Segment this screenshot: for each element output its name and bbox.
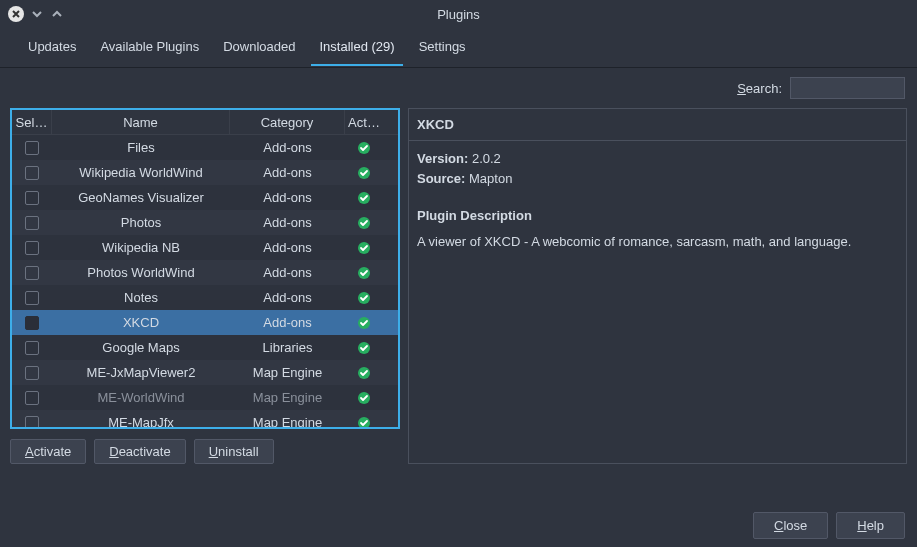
row-category: Add-ons — [230, 185, 345, 210]
active-icon — [345, 335, 383, 360]
row-checkbox[interactable] — [12, 260, 52, 285]
active-icon — [345, 260, 383, 285]
table-row[interactable]: ME-WorldWindMap Engine — [12, 385, 398, 410]
table-row[interactable]: Google MapsLibraries — [12, 335, 398, 360]
tab-available-plugins[interactable]: Available Plugins — [92, 29, 207, 66]
active-icon — [345, 210, 383, 235]
col-header-active[interactable]: Act… — [345, 110, 383, 134]
active-icon — [345, 310, 383, 335]
uninstall-button[interactable]: Uninstall — [194, 439, 274, 464]
row-category: Add-ons — [230, 285, 345, 310]
help-button[interactable]: Help — [836, 512, 905, 539]
col-header-name[interactable]: Name — [52, 110, 230, 134]
row-name: ME-WorldWind — [52, 385, 230, 410]
detail-source-row: Source: Mapton — [417, 169, 898, 189]
table-row[interactable]: Wikipedia WorldWindAdd-ons — [12, 160, 398, 185]
active-icon — [345, 285, 383, 310]
row-name: ME-MapJfx — [52, 410, 230, 427]
close-button[interactable]: Close — [753, 512, 828, 539]
row-checkbox[interactable] — [12, 310, 52, 335]
row-name: GeoNames Visualizer — [52, 185, 230, 210]
window-title: Plugins — [0, 7, 917, 22]
row-checkbox[interactable] — [12, 235, 52, 260]
active-icon — [345, 385, 383, 410]
row-checkbox[interactable] — [12, 410, 52, 427]
window-close-button[interactable] — [8, 6, 24, 22]
table-row[interactable]: ME-MapJfxMap Engine — [12, 410, 398, 427]
row-name: ME-JxMapViewer2 — [52, 360, 230, 385]
svg-point-11 — [358, 417, 370, 428]
chevron-up-icon[interactable] — [50, 7, 64, 21]
col-header-category[interactable]: Category — [230, 110, 345, 134]
deactivate-button[interactable]: Deactivate — [94, 439, 185, 464]
row-checkbox[interactable] — [12, 335, 52, 360]
row-category: Map Engine — [230, 410, 345, 427]
row-name: Photos WorldWind — [52, 260, 230, 285]
detail-title: XKCD — [409, 109, 906, 141]
row-checkbox[interactable] — [12, 385, 52, 410]
row-category: Add-ons — [230, 135, 345, 160]
chevron-down-icon[interactable] — [30, 7, 44, 21]
active-icon — [345, 410, 383, 427]
tab-downloaded[interactable]: Downloaded — [215, 29, 303, 66]
table-row[interactable]: FilesAdd-ons — [12, 135, 398, 160]
row-checkbox[interactable] — [12, 160, 52, 185]
search-label: Search: — [737, 81, 782, 96]
row-name: Photos — [52, 210, 230, 235]
row-category: Libraries — [230, 335, 345, 360]
row-category: Map Engine — [230, 385, 345, 410]
tab-installed-29[interactable]: Installed (29) — [311, 29, 402, 66]
table-row[interactable]: Wikipedia NBAdd-ons — [12, 235, 398, 260]
table-row[interactable]: PhotosAdd-ons — [12, 210, 398, 235]
row-checkbox[interactable] — [12, 210, 52, 235]
row-name: Files — [52, 135, 230, 160]
row-checkbox[interactable] — [12, 185, 52, 210]
active-icon — [345, 185, 383, 210]
row-name: Google Maps — [52, 335, 230, 360]
col-header-select[interactable]: Sel… — [12, 110, 52, 134]
tab-updates[interactable]: Updates — [20, 29, 84, 66]
active-icon — [345, 235, 383, 260]
row-name: Wikipedia WorldWind — [52, 160, 230, 185]
row-name: Wikipedia NB — [52, 235, 230, 260]
table-row[interactable]: ME-JxMapViewer2Map Engine — [12, 360, 398, 385]
activate-button[interactable]: Activate — [10, 439, 86, 464]
row-category: Map Engine — [230, 360, 345, 385]
row-category: Add-ons — [230, 210, 345, 235]
search-input[interactable] — [790, 77, 905, 99]
table-row[interactable]: XKCDAdd-ons — [12, 310, 398, 335]
table-row[interactable]: Photos WorldWindAdd-ons — [12, 260, 398, 285]
row-checkbox[interactable] — [12, 285, 52, 310]
tab-settings[interactable]: Settings — [411, 29, 474, 66]
active-icon — [345, 360, 383, 385]
detail-desc-text: A viewer of XKCD - A webcomic of romance… — [417, 232, 898, 252]
row-category: Add-ons — [230, 310, 345, 335]
table-row[interactable]: GeoNames VisualizerAdd-ons — [12, 185, 398, 210]
row-category: Add-ons — [230, 160, 345, 185]
row-name: Notes — [52, 285, 230, 310]
active-icon — [345, 160, 383, 185]
row-category: Add-ons — [230, 260, 345, 285]
table-row[interactable]: NotesAdd-ons — [12, 285, 398, 310]
row-category: Add-ons — [230, 235, 345, 260]
row-name: XKCD — [52, 310, 230, 335]
row-checkbox[interactable] — [12, 135, 52, 160]
active-icon — [345, 135, 383, 160]
detail-version-row: Version: 2.0.2 — [417, 149, 898, 169]
row-checkbox[interactable] — [12, 360, 52, 385]
detail-desc-heading: Plugin Description — [417, 206, 898, 226]
